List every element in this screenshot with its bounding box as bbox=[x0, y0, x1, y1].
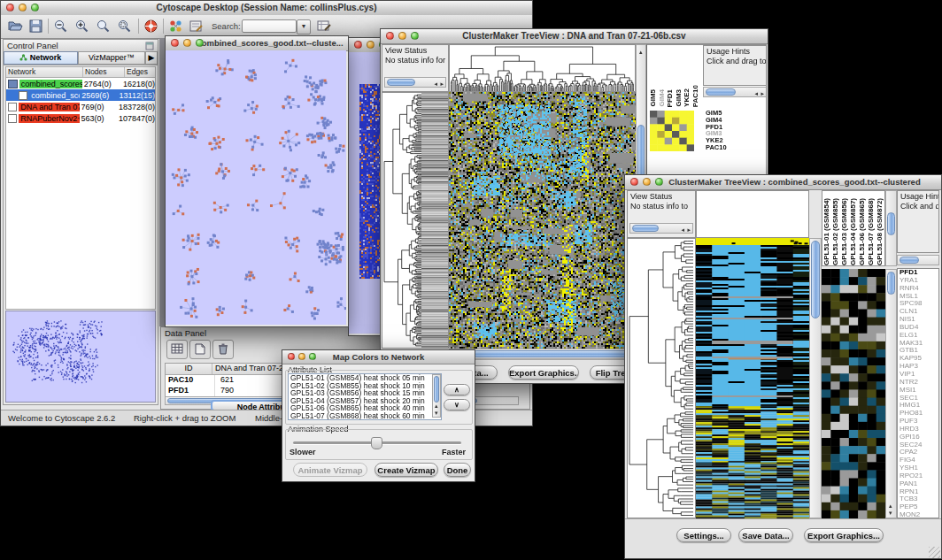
dialog-title-bar[interactable]: Map Colors to Network bbox=[282, 350, 475, 364]
cm2-save-data-button[interactable]: Save Data... bbox=[738, 528, 793, 542]
zoom-out-icon[interactable] bbox=[53, 19, 68, 37]
move-up-button[interactable]: ∧ bbox=[444, 384, 470, 395]
close-icon[interactable] bbox=[6, 4, 14, 12]
close-icon[interactable] bbox=[288, 353, 295, 360]
scrollbar-thumb[interactable] bbox=[387, 79, 415, 86]
cm1-column-dendrogram[interactable] bbox=[450, 45, 635, 91]
cm2-export-graphics-button[interactable]: Export Graphics... bbox=[804, 528, 884, 542]
network-tree-row[interactable]: DNA and Tran 07769(0)183728(0) bbox=[6, 101, 155, 112]
minimize-icon[interactable] bbox=[183, 39, 191, 47]
cm1-zoom-matrix[interactable] bbox=[650, 111, 694, 151]
scroll-left-icon[interactable]: ◂ bbox=[434, 81, 437, 87]
save-icon[interactable] bbox=[28, 19, 43, 37]
help-lifering-icon[interactable] bbox=[143, 19, 158, 37]
rotated-column-label[interactable]: GPL51-04 (GSM857) bbox=[849, 198, 858, 265]
cm1-export-graphics-button[interactable]: Export Graphics... bbox=[508, 365, 579, 380]
minimize-icon[interactable] bbox=[398, 32, 406, 40]
scroll-right-icon[interactable]: ▸ bbox=[440, 81, 444, 87]
search-input[interactable] bbox=[242, 19, 297, 33]
zoom-window-icon[interactable] bbox=[31, 4, 39, 12]
minimize-icon[interactable] bbox=[367, 41, 374, 49]
rotated-column-label[interactable]: GPL51-02 (GSM855) bbox=[831, 198, 840, 265]
network-overview-canvas[interactable] bbox=[6, 311, 155, 402]
cm1-title-bar[interactable]: ClusterMaker TreeView : DNA and Tran 07-… bbox=[381, 29, 768, 44]
col-nodes[interactable]: Nodes bbox=[83, 67, 125, 77]
zoom-fit-icon[interactable] bbox=[96, 19, 111, 37]
scrollbar-thumb[interactable] bbox=[434, 376, 439, 403]
tab-network[interactable]: Network bbox=[4, 51, 78, 65]
col-edges[interactable]: Edges bbox=[125, 67, 155, 77]
attribute-list-vscrollbar[interactable]: ▴ ▾ bbox=[432, 374, 441, 418]
minimize-icon[interactable] bbox=[19, 4, 27, 12]
main-title-bar[interactable]: Cytoscape Desktop (Session Name: collins… bbox=[1, 1, 532, 16]
rotated-column-label[interactable]: GPL51-07 (GSM868) bbox=[867, 198, 876, 265]
rotated-column-label[interactable]: PAC10 bbox=[691, 85, 700, 107]
cm2-zoom-heatmap[interactable] bbox=[822, 269, 885, 518]
cm1-row-dendrogram[interactable] bbox=[382, 93, 448, 348]
col-network[interactable]: Network bbox=[6, 67, 83, 77]
tab-vizmapper[interactable]: VizMapper™ bbox=[78, 51, 145, 65]
cm2-vscrollbar[interactable] bbox=[809, 238, 822, 518]
cm1-row-label[interactable]: PAC10 bbox=[706, 144, 727, 151]
new-attribute-icon[interactable] bbox=[189, 340, 211, 359]
cm2-column-tree-panel[interactable] bbox=[696, 190, 809, 238]
network-tree-row[interactable]: RNAPuberNov2+563(0)107847(0) bbox=[6, 112, 155, 124]
scrollbar-thumb[interactable] bbox=[706, 88, 736, 96]
delete-attribute-trash-icon[interactable] bbox=[212, 340, 234, 359]
create-vizmap-button[interactable]: Create Vizmap bbox=[374, 463, 438, 477]
open-file-icon[interactable] bbox=[8, 19, 23, 37]
animate-vizmap-button[interactable]: Animate Vizmap bbox=[293, 463, 367, 477]
resize-grip[interactable] bbox=[929, 547, 940, 558]
rotated-column-label[interactable]: GIM4 bbox=[658, 89, 667, 107]
cm2-usage-hscrollbar[interactable] bbox=[897, 255, 939, 265]
vizmapper-icon[interactable] bbox=[168, 19, 183, 37]
zoom-window-icon[interactable] bbox=[411, 32, 419, 40]
cm2-gene-list[interactable]: PFD1YRA1RNR4MSL1SPC98CLN1NIS1BUD4ELG1MAK… bbox=[897, 268, 939, 518]
scrollbar-thumb[interactable] bbox=[632, 225, 659, 232]
zoom-window-icon[interactable] bbox=[196, 39, 204, 47]
scrollbar-thumb[interactable] bbox=[811, 241, 820, 318]
cm2-zoom-vscrollbar[interactable]: ▴ ▾ bbox=[885, 269, 897, 518]
rotated-column-label[interactable]: GPL51-06 (GSM865) bbox=[858, 198, 867, 265]
speed-slider-thumb[interactable] bbox=[371, 437, 382, 449]
cm1-hscrollbar[interactable] bbox=[449, 349, 636, 359]
close-icon[interactable] bbox=[171, 39, 179, 47]
col-id[interactable]: ID bbox=[166, 364, 212, 374]
cm2-title-bar[interactable]: ClusterMaker TreeView : combined_scores_… bbox=[625, 175, 941, 190]
scroll-left-icon[interactable]: ◂ bbox=[681, 226, 684, 233]
zoom-window-icon[interactable] bbox=[655, 178, 663, 186]
zoom-window-icon[interactable] bbox=[309, 353, 316, 360]
scroll-up-icon[interactable]: ▴ bbox=[639, 49, 643, 55]
scroll-up-icon[interactable]: ▴ bbox=[889, 502, 892, 509]
cm2-heatmap[interactable] bbox=[696, 238, 809, 518]
scroll-down-icon[interactable]: ▾ bbox=[435, 410, 438, 416]
scrollbar-thumb[interactable] bbox=[887, 212, 895, 235]
rotated-column-label[interactable]: YKE2 bbox=[683, 88, 691, 107]
network-tree-row[interactable]: combined_scores2764(0)16218(0) bbox=[6, 78, 155, 89]
zoom-in-icon[interactable] bbox=[74, 19, 89, 37]
search-dropdown-icon[interactable]: ▾ bbox=[297, 19, 311, 35]
scrollbar-thumb[interactable] bbox=[473, 350, 629, 357]
rotated-column-label[interactable]: GPL51-01 (GSM854) bbox=[822, 198, 831, 265]
scroll-left-icon[interactable]: ◂ bbox=[754, 90, 758, 96]
scrollbar-thumb[interactable] bbox=[887, 272, 895, 295]
zoom-selected-icon[interactable] bbox=[117, 19, 132, 37]
minimize-icon[interactable] bbox=[298, 353, 305, 360]
scroll-right-icon[interactable]: ▸ bbox=[761, 90, 764, 96]
done-button[interactable]: Done bbox=[444, 463, 471, 477]
cm2-row-dendrogram[interactable] bbox=[628, 239, 695, 518]
close-icon[interactable] bbox=[386, 32, 394, 40]
cm1-heatmap[interactable] bbox=[449, 92, 636, 349]
rotated-column-label[interactable]: GPL51-08 (GSM872) bbox=[876, 198, 884, 265]
rotated-column-label[interactable]: PFD1 bbox=[666, 89, 675, 107]
network-tree-row[interactable]: combined_sco2569(6)13112(15) bbox=[6, 89, 155, 101]
cm2-status-hscrollbar[interactable]: ◂ ▸ bbox=[629, 223, 693, 234]
cm2-settings-button[interactable]: Settings... bbox=[676, 528, 731, 542]
rotated-column-label[interactable]: GPL51-03 (GSM856) bbox=[840, 198, 849, 265]
attribute-editor-icon[interactable] bbox=[316, 19, 332, 37]
cm1-usage-hscrollbar[interactable]: ◂ ▸ bbox=[703, 87, 767, 97]
scroll-right-icon[interactable]: ▸ bbox=[687, 226, 691, 233]
attribute-listbox[interactable]: GPL51-01 (GSM854) heat shock 05 minGPL51… bbox=[288, 373, 442, 420]
close-icon[interactable] bbox=[630, 178, 638, 186]
rotated-column-label[interactable]: GIM5 bbox=[649, 89, 658, 107]
